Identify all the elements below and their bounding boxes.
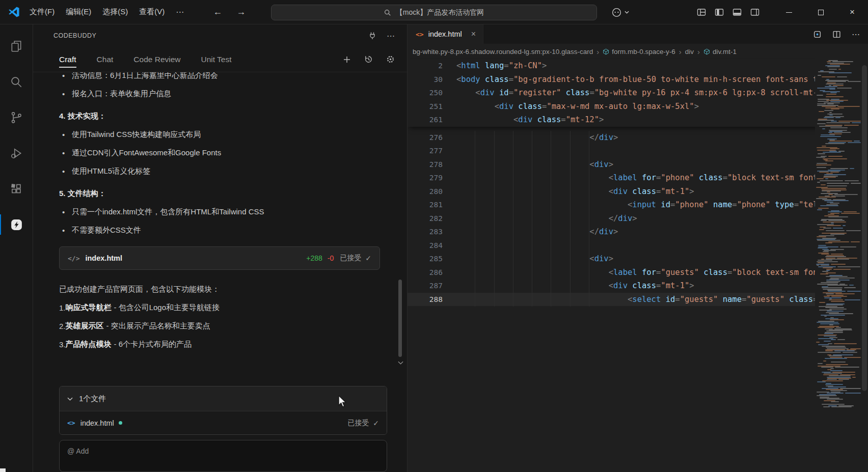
add-context-chip[interactable]: @ Add [67,447,89,455]
breadcrumb-item-form[interactable]: form.mb-0.space-y-6 [603,48,675,55]
new-chat-icon[interactable] [343,55,351,64]
search-icon[interactable] [0,64,33,100]
toggle-primary-sidebar-icon[interactable] [714,7,724,17]
menu-view[interactable]: 查看(V) [133,7,170,17]
toggle-panel-icon[interactable] [732,7,742,17]
accepted-status: 已接受 [340,254,361,263]
editor-tab-label: index.html [428,30,462,38]
code-line-261[interactable]: 261 <div class="mt-12"> [408,113,868,127]
code-line-282[interactable]: 282 </div> [408,212,868,226]
accepted-status: 已接受 [347,419,369,428]
code-line-287[interactable]: 287 <div class="mt-1"> [408,279,868,293]
sticky-scroll[interactable]: 2<html lang="zh-CN">30<body class="bg-gr… [408,59,868,127]
editor-group: <> index.html × ⋯ bg-white.py-8.px-6.sha… [408,24,868,472]
toggle-secondary-sidebar-icon[interactable] [750,7,760,17]
code-line-278[interactable]: 278 <div> [408,158,868,172]
source-control-icon[interactable] [0,100,33,135]
activity-bar [0,24,33,472]
code-line-30[interactable]: 30<body class="bg-gradient-to-b from-blu… [408,73,868,87]
history-icon[interactable] [364,55,373,64]
code-line-284[interactable]: 284 [408,239,868,253]
code-line-280[interactable]: 280 <div class="mt-1"> [408,185,868,199]
lines-added: +288 [306,254,322,262]
history-nav: ← → [213,7,246,17]
tab-craft[interactable]: Craft [59,51,76,68]
line-number: 30 [408,73,456,87]
check-icon: ✓ [365,254,371,262]
menu-file[interactable]: 文件(F) [24,7,60,17]
bullet-icon: • [62,130,72,139]
menu-selection[interactable]: 选择(S) [97,7,133,17]
file-change-card[interactable]: </> index.html +288 -0 已接受 ✓ [59,246,380,270]
sidebar-tabbar: Craft Chat Code Review Unit Test [33,47,407,72]
run-debug-icon[interactable] [0,135,33,171]
tab-code-review[interactable]: Code Review [133,51,180,68]
forward-icon[interactable]: → [236,7,246,17]
split-editor-icon[interactable] [832,30,841,39]
bullet-icon: • [62,72,72,80]
layout-toggles [696,7,760,17]
chat-scrollbar-thumb[interactable] [398,280,402,357]
settings-gear-icon[interactable] [386,55,395,64]
chat-module-3: 3. 产品特点模块- 6个卡片式布局的产品 [59,335,387,353]
extensions-icon[interactable] [0,171,33,207]
code-line-285[interactable]: 285 <div> [408,252,868,266]
code-line-279[interactable]: 279 <label for="phone" class="block text… [408,171,868,185]
codebuddy-file-action-icon[interactable] [813,30,822,39]
scrollbar-thumb[interactable] [862,65,867,391]
breadcrumb-item-div-mt1[interactable]: div.mt-1 [703,48,737,55]
chat-bullet-cdn: • 通过CDN引入FontAwesome和Google Fonts [59,144,387,162]
code-line-288[interactable]: 288 <select id="guests" name="guests" cl… [408,293,868,307]
check-icon: ✓ [373,419,379,427]
copilot-menu[interactable] [611,0,629,24]
close-button[interactable]: × [836,0,868,24]
code-line-276[interactable]: 276 </div> [408,131,868,145]
close-tab-icon[interactable]: × [471,30,476,39]
more-actions-icon[interactable]: ⋯ [387,31,395,41]
minimize-button[interactable] [773,0,805,24]
maximize-button[interactable] [805,0,836,24]
codebuddy-icon[interactable] [0,207,33,242]
line-number: 286 [408,266,456,280]
code-line-277[interactable]: 277 [408,144,868,158]
symbol-cube-icon [603,48,609,55]
bullet-icon: • [62,90,72,98]
more-actions-icon[interactable]: ⋯ [852,30,860,39]
editor-tab-index-html[interactable]: <> index.html × [408,24,483,44]
scroll-down-icon[interactable] [398,361,403,365]
breadcrumb-item-card[interactable]: bg-white.py-8.px-6.shadow.rounded-lg.sm:… [413,48,593,55]
code-line-251[interactable]: 251 <div class="max-w-md mx-auto lg:max-… [408,100,868,114]
code-line-2[interactable]: 2<html lang="zh-CN"> [408,59,868,73]
search-icon [384,9,391,16]
modified-dot-icon [119,421,122,425]
code-line-250[interactable]: 250 <div id="register" class="bg-white p… [408,86,868,100]
tab-unit-test[interactable]: Unit Test [201,51,232,68]
changed-files-header[interactable]: 1个文件 [60,386,387,411]
minimap[interactable] [815,44,861,472]
code-line-286[interactable]: 286 <label for="guests" class="block tex… [408,266,868,280]
sidebar-header: CODEBUDDY ⋯ [33,24,407,47]
menu-edit[interactable]: 编辑(E) [60,7,97,17]
line-number: 277 [408,144,456,158]
tab-chat[interactable]: Chat [97,51,114,68]
code-line-283[interactable]: 283 </div> [408,225,868,239]
command-center[interactable]: 【mock】产品发布活动官网 [271,5,597,20]
line-number: 288 [408,293,456,307]
code-file-icon: <> [67,419,75,427]
code-editor[interactable]: 276 </div>277278 <div>279 <label for="ph… [408,127,868,307]
chat-input[interactable]: @ Add [59,440,387,472]
title-bar: 文件(F) 编辑(E) 选择(S) 查看(V) ⋯ ← → 【mock】产品发布… [0,0,868,24]
breadcrumb-item-div[interactable]: div [685,48,694,55]
code-line-281[interactable]: 281 <input id="phone" name="phone" type=… [408,198,868,212]
breadcrumb: bg-white.py-8.px-6.shadow.rounded-lg.sm:… [408,44,868,59]
bullet-icon: • [62,167,72,176]
explorer-icon[interactable] [0,29,33,64]
chat-bullet-html5: • 使用HTML5语义化标签 [59,162,387,180]
line-number: 284 [408,239,456,253]
plug-icon[interactable] [368,32,376,40]
editor-scrollbar[interactable] [861,44,868,472]
back-icon[interactable]: ← [213,7,222,17]
menu-overflow[interactable]: ⋯ [170,7,189,17]
changed-file-row[interactable]: <> index.html 已接受 ✓ [60,411,387,434]
customize-layout-icon[interactable] [696,7,707,17]
